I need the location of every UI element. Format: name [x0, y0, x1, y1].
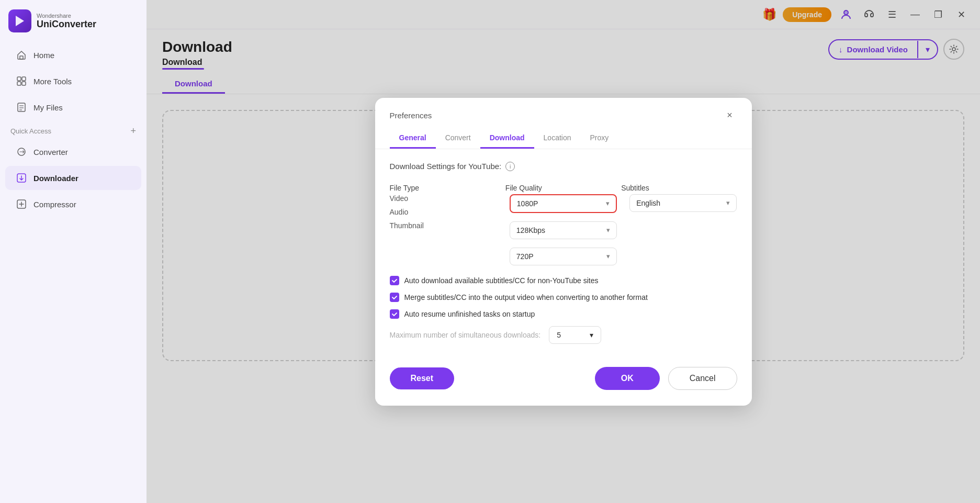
sidebar-item-home-label: Home: [33, 51, 54, 60]
quick-access-add-icon[interactable]: +: [130, 126, 136, 137]
info-icon[interactable]: i: [505, 162, 515, 171]
sidebar-item-home[interactable]: Home: [5, 43, 141, 67]
video-quality-value: 1080P: [517, 199, 538, 208]
svg-rect-4: [17, 82, 21, 85]
svg-rect-2: [17, 77, 21, 81]
ok-button[interactable]: OK: [595, 367, 660, 390]
dialog-header: Preferences ×: [375, 98, 752, 123]
video-quality-select[interactable]: 1080P ▾: [510, 194, 617, 213]
thumbnail-quality-value: 720P: [516, 252, 534, 261]
compressor-icon: [16, 198, 27, 210]
downloader-icon: [16, 172, 27, 184]
column-headers: File Type File Quality Subtitles: [390, 184, 737, 192]
max-downloads-value: 5: [557, 331, 561, 339]
auto-resume-checkbox[interactable]: [390, 309, 399, 319]
preferences-dialog: Preferences × General Convert Download L…: [375, 98, 752, 406]
audio-quality-arrow-icon: ▾: [606, 226, 610, 234]
subtitle-language-select[interactable]: English ▾: [629, 194, 737, 212]
quick-access-label: Quick Access: [10, 127, 51, 135]
quick-access-header: Quick Access +: [0, 120, 147, 139]
app-logo-icon: [8, 9, 31, 32]
sidebar-item-converter[interactable]: Converter: [5, 140, 141, 164]
dialog-tab-convert[interactable]: Convert: [436, 128, 480, 149]
video-quality-arrow-icon: ▾: [606, 199, 610, 207]
section-label: Download Settings for YouTube: i: [390, 162, 737, 171]
logo-text: Wondershare UniConverter: [37, 13, 96, 30]
logo-name: UniConverter: [37, 19, 96, 30]
svg-rect-3: [22, 77, 26, 81]
home-icon: [16, 49, 27, 61]
video-type-label: Video: [390, 194, 497, 203]
sidebar-item-more-tools-label: More Tools: [33, 77, 72, 86]
thumbnail-quality-select[interactable]: 720P ▾: [510, 248, 617, 265]
subtitle-arrow-icon: ▾: [726, 199, 730, 207]
dialog-footer: Reset OK Cancel: [375, 367, 752, 390]
checkbox-merge-subtitle: Merge subtitles/CC into the output video…: [390, 293, 737, 302]
video-type-col: Video Audio Thumbnail: [390, 194, 497, 265]
dialog-tab-general[interactable]: General: [390, 128, 436, 149]
dialog-body: Download Settings for YouTube: i File Ty…: [375, 149, 752, 356]
svg-rect-1: [20, 56, 23, 59]
quality-col: 1080P ▾ 128Kbps ▾ 720P ▾: [510, 194, 617, 265]
settings-rows: Video Audio Thumbnail 1080P ▾ 128Kbps ▾ …: [390, 194, 737, 265]
sidebar-item-converter-label: Converter: [33, 148, 68, 157]
dialog-tabs: General Convert Download Location Proxy: [375, 128, 752, 149]
main-content: 🎁 Upgrade ☰ — ❐ ✕ Download Download: [147, 0, 980, 503]
max-downloads-arrow-icon: ▾: [590, 331, 593, 339]
file-icon: [16, 102, 27, 113]
merge-subtitle-checkbox[interactable]: [390, 293, 399, 302]
audio-quality-value: 128Kbps: [516, 226, 545, 234]
max-downloads-select[interactable]: 5 ▾: [549, 326, 601, 344]
svg-rect-5: [22, 82, 26, 85]
reset-button[interactable]: Reset: [390, 367, 455, 389]
checkbox-auto-subtitle: Auto download available subtitles/CC for…: [390, 276, 737, 285]
auto-resume-label: Auto resume unfinished tasks on startup: [404, 310, 535, 318]
col-header-file-type: File Type: [390, 184, 505, 192]
auto-subtitle-label: Auto download available subtitles/CC for…: [404, 276, 599, 285]
dialog-tab-location[interactable]: Location: [534, 128, 581, 149]
sidebar-item-compressor[interactable]: Compressor: [5, 192, 141, 216]
checkbox-auto-resume: Auto resume unfinished tasks on startup: [390, 309, 737, 319]
cancel-button[interactable]: Cancel: [668, 367, 737, 390]
dialog-title: Preferences: [390, 111, 432, 120]
logo-brand: Wondershare: [37, 13, 96, 19]
sidebar-item-compressor-label: Compressor: [33, 200, 76, 209]
logo-area: Wondershare UniConverter: [0, 0, 147, 42]
audio-type-label: Audio: [390, 208, 497, 216]
max-downloads-label: Maximum number of simultaneous downloads…: [390, 331, 541, 339]
sidebar: Wondershare UniConverter Home More Tools: [0, 0, 147, 503]
sidebar-item-downloader-label: Downloader: [33, 174, 78, 183]
sidebar-item-downloader[interactable]: Downloader: [5, 166, 141, 190]
merge-subtitle-label: Merge subtitles/CC into the output video…: [404, 293, 648, 301]
converter-icon: [16, 146, 27, 158]
subtitle-col: English ▾: [629, 194, 737, 265]
svg-rect-6: [18, 103, 25, 111]
auto-subtitle-checkbox[interactable]: [390, 276, 399, 285]
col-header-subtitles: Subtitles: [621, 184, 737, 192]
audio-quality-select[interactable]: 128Kbps ▾: [510, 221, 617, 239]
thumbnail-quality-arrow-icon: ▾: [606, 252, 610, 260]
footer-center-buttons: OK Cancel: [595, 367, 737, 390]
dialog-close-button[interactable]: ×: [723, 108, 737, 123]
sidebar-item-my-files[interactable]: My Files: [5, 95, 141, 119]
sidebar-item-more-tools[interactable]: More Tools: [5, 69, 141, 93]
grid-icon: [16, 75, 27, 87]
sidebar-item-my-files-label: My Files: [33, 103, 63, 112]
svg-marker-0: [16, 16, 24, 26]
max-downloads-row: Maximum number of simultaneous downloads…: [390, 326, 737, 344]
subtitle-language-value: English: [636, 199, 660, 207]
col-header-file-quality: File Quality: [505, 184, 621, 192]
dialog-tab-download[interactable]: Download: [480, 128, 534, 149]
thumbnail-type-label: Thumbnail: [390, 221, 497, 230]
dialog-tab-proxy[interactable]: Proxy: [581, 128, 618, 149]
